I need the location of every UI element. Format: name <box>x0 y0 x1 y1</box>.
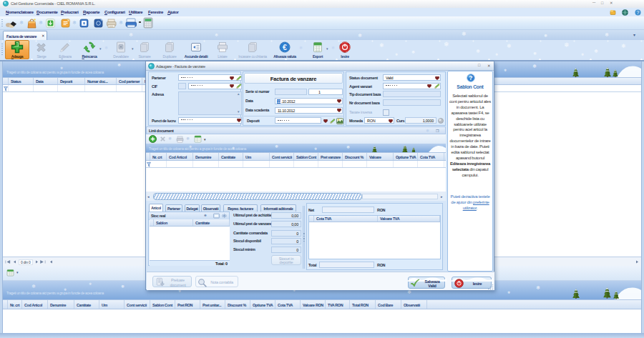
svg-text:?: ? <box>469 74 472 81</box>
svg-text:?: ? <box>637 10 640 15</box>
svg-text:€: € <box>283 43 287 51</box>
